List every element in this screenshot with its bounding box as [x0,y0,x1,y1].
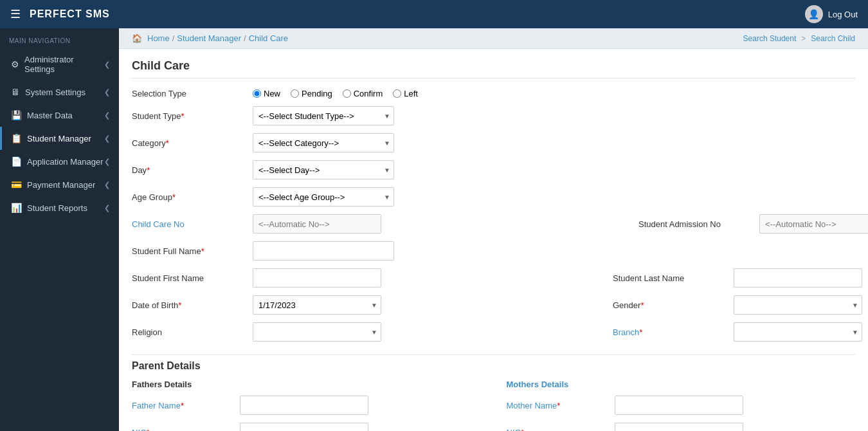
nic-mother-row: NIC* [507,423,856,431]
child-care-no-col: Child Care No [132,214,381,234]
mother-name-row: Mother Name* [507,396,856,415]
topbar: ☰ PERFECT SMS 👤 Log Out [0,0,868,28]
selection-type-radio-group: New Pending Confirm Left [253,89,418,98]
student-full-name-label: Student Full Name* [132,246,248,256]
student-full-name-row: Student Full Name* [132,241,855,261]
nic-father-input[interactable] [240,423,368,431]
dob-select[interactable]: 1/17/2023 [253,295,381,315]
nic-father-row: NIC* [132,423,481,431]
col-divider [481,380,507,431]
sidebar-item-student-reports[interactable]: 📊 Student Reports ❮ [0,196,119,219]
chevron-icon-2: ❮ [104,88,110,96]
system-settings-icon: 🖥 [11,87,20,97]
radio-pending-label: Pending [302,89,332,98]
category-label: Category* [132,138,248,148]
chevron-icon: ❮ [104,60,110,69]
radio-left-input[interactable] [393,89,401,98]
sidebar-item-system-settings[interactable]: 🖥 System Settings ❮ [0,80,119,104]
religion-branch-row: Religion Branch* [132,322,855,342]
category-wrapper: <--Select Category--> [253,133,394,152]
student-admission-no-label: Student Admission No [638,219,754,229]
radio-left-label: Left [404,89,418,98]
mother-name-label: Mother Name* [507,401,610,410]
age-group-label: Age Group* [132,192,248,202]
sidebar-item-master-data[interactable]: 💾 Master Data ❮ [0,104,119,127]
fathers-details-title: Fathers Details [132,380,481,389]
sidebar-item-admin-settings[interactable]: ⚙ Administrator Settings ❮ [0,48,119,80]
child-care-no-input[interactable] [253,214,381,234]
dob-col: Date of Birth* 1/17/2023 [132,295,381,315]
app-brand: PERFECT SMS [30,8,110,20]
age-group-select[interactable]: <--Select Age Group--> [253,187,394,206]
student-reports-icon: 📊 [11,203,22,213]
student-last-name-label: Student Last Name [613,273,728,283]
fathers-details-col: Fathers Details Father Name* NIC* [132,380,481,431]
master-data-icon: 💾 [11,110,22,120]
radio-new[interactable]: New [253,89,280,98]
student-first-name-label: Student First Name [132,273,248,283]
student-last-name-col: Student Last Name [613,268,862,288]
student-type-row: Student Type* <--Select Student Type--> [132,106,855,125]
gender-select[interactable] [734,295,862,315]
student-admission-no-input[interactable] [759,214,868,234]
sidebar-label-admin-settings: Administrator Settings [24,55,104,74]
sidebar-label-system-settings: System Settings [25,87,86,97]
sidebar-item-payment-manager[interactable]: 💳 Payment Manager ❮ [0,173,119,196]
day-select[interactable]: <--Select Day--> [253,160,394,179]
chevron-icon-6: ❮ [104,181,110,189]
radio-pending-input[interactable] [291,89,299,98]
student-type-label: Student Type* [132,111,248,121]
student-last-name-input[interactable] [734,268,862,288]
student-full-name-input[interactable] [253,241,394,261]
father-name-label: Father Name* [132,401,235,410]
breadcrumb: 🏠 Home / Student Manager / Child Care [132,33,288,43]
chevron-icon-4: ❮ [104,134,110,143]
avatar: 👤 [805,5,823,23]
nic-mother-label: NIC* [507,428,610,432]
radio-pending[interactable]: Pending [291,89,332,98]
religion-select[interactable] [253,322,381,342]
radio-confirm-input[interactable] [343,89,351,98]
radio-left[interactable]: Left [393,89,418,98]
radio-confirm-label: Confirm [354,89,383,98]
chevron-icon-5: ❮ [104,158,110,166]
day-wrapper: <--Select Day--> [253,160,394,179]
parent-split: Fathers Details Father Name* NIC* [132,380,855,431]
search-student-link[interactable]: Search Student [743,34,797,43]
chevron-icon-3: ❮ [104,111,110,120]
student-name-row: Student First Name Student Last Name [132,268,855,288]
mothers-details-title: Mothers Details [507,380,856,389]
mothers-details-col: Mothers Details Mother Name* NIC* [507,380,856,431]
child-care-no-label: Child Care No [132,219,248,229]
breadcrumb-home[interactable]: Home [147,33,170,43]
father-name-input[interactable] [240,396,368,415]
sidebar-item-student-manager[interactable]: 📋 Student Manager ❮ [0,127,119,150]
search-child-link[interactable]: Search Child [811,34,855,43]
sidebar-item-application-manager[interactable]: 📄 Application Manager ❮ [0,150,119,173]
logout-button[interactable]: Log Out [828,10,858,19]
sidebar-label-master-data: Master Data [27,111,73,120]
student-type-select[interactable]: <--Select Student Type--> [253,106,394,125]
dob-label: Date of Birth* [132,300,248,310]
dob-gender-row: Date of Birth* 1/17/2023 Gender* [132,295,855,315]
hamburger-icon[interactable]: ☰ [10,7,21,21]
child-care-no-row: Child Care No Student Admission No [132,214,855,234]
main-content: 🏠 Home / Student Manager / Child Care Se… [119,28,868,431]
student-first-name-input[interactable] [253,268,381,288]
sidebar-label-payment-manager: Payment Manager [27,180,95,190]
gender-label: Gender* [613,300,728,310]
parent-details-title: Parent Details [132,354,855,372]
religion-label: Religion [132,327,248,337]
age-group-row: Age Group* <--Select Age Group--> [132,187,855,206]
sidebar-label-student-manager: Student Manager [27,134,91,143]
branch-label: Branch* [613,327,728,337]
branch-select[interactable] [734,322,862,342]
radio-confirm[interactable]: Confirm [343,89,383,98]
nav-label: MAIN NAVIGATION [0,28,119,48]
category-select[interactable]: <--Select Category--> [253,133,394,152]
mother-name-input[interactable] [615,396,743,415]
breadcrumb-student-manager[interactable]: Student Manager [177,33,241,43]
radio-new-input[interactable] [253,89,261,98]
day-row: Day* <--Select Day--> [132,160,855,179]
nic-mother-input[interactable] [615,423,743,431]
